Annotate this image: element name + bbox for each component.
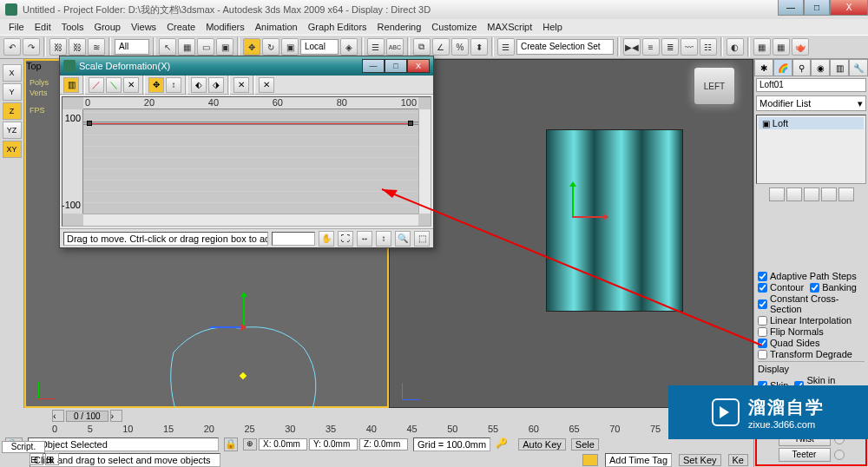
time-slider-label[interactable]: 0 / 100	[66, 411, 108, 422]
axis-x[interactable]: X	[3, 64, 22, 82]
menu-help[interactable]: Help	[537, 22, 568, 32]
menu-rendering[interactable]: Rendering	[372, 22, 427, 32]
display-xy-button[interactable]: ✕	[123, 77, 139, 93]
control-point-end[interactable]	[408, 121, 413, 126]
zoom-extents-button[interactable]: ⛶	[338, 231, 353, 247]
object-name-field[interactable]: Loft01	[756, 78, 866, 92]
tab-motion[interactable]: ◉	[811, 59, 830, 76]
autokey-button[interactable]: Auto Key	[518, 438, 566, 451]
modifier-list-select[interactable]: Modifier List▾	[756, 95, 866, 111]
configure-sets-button[interactable]	[838, 187, 854, 201]
coordsys-select[interactable]: Local	[300, 39, 339, 55]
editnamed-button[interactable]: ☰	[497, 38, 515, 56]
keyboard-shortcut-button[interactable]: ABC	[386, 38, 404, 56]
make-unique-button[interactable]	[804, 187, 819, 201]
scale-cp-button[interactable]: ↕	[166, 77, 181, 93]
flip-check[interactable]: Flip Normals	[758, 326, 865, 337]
left-viewport[interactable]: Left LEFT	[389, 59, 753, 408]
time-tag-button[interactable]: Add Time Tag	[605, 453, 672, 467]
tab-hierarchy[interactable]: ⚲	[792, 59, 812, 76]
x-field[interactable]: X: 0.0mm	[259, 438, 307, 451]
selection-set-input[interactable]: Create Selection Set	[516, 39, 614, 55]
show-end-result-button[interactable]	[786, 187, 802, 201]
mini-max-icon[interactable]: ⊞	[45, 453, 59, 465]
viewcube[interactable]: LEFT	[694, 67, 735, 105]
tab-create[interactable]: ✱	[754, 59, 773, 76]
graph-hscroll[interactable]	[83, 214, 418, 226]
align-button[interactable]: ≡	[642, 38, 660, 56]
scale-button[interactable]: ▣	[281, 38, 299, 56]
manipulate-button[interactable]: ☰	[367, 38, 385, 56]
modifier-stack[interactable]: ▣ Loft	[756, 115, 866, 184]
bind-spacewarp-button[interactable]: ≋	[88, 38, 105, 56]
mini-min-icon[interactable]: ⊟	[30, 453, 43, 465]
zoom-h-extents-button[interactable]: ↔	[357, 231, 372, 247]
graph-vscroll[interactable]	[418, 109, 431, 214]
selection-lock-icon[interactable]: 🔒	[224, 437, 238, 451]
pivot-button[interactable]: ◈	[340, 38, 358, 56]
tab-display[interactable]: ▥	[830, 59, 849, 76]
move-cp-button[interactable]: ✥	[148, 77, 164, 93]
abs-rel-toggle[interactable]: ⊕	[243, 438, 257, 451]
axis-xy[interactable]: XY	[3, 141, 22, 158]
control-point-start[interactable]	[87, 121, 92, 126]
menu-maxscript[interactable]: MAXScript	[482, 22, 537, 32]
rotate-button[interactable]: ↻	[262, 38, 279, 56]
y-field[interactable]: Y: 0.0mm	[309, 438, 358, 451]
material-editor-button[interactable]: ◐	[727, 38, 744, 56]
unlink-button[interactable]: ⛓	[69, 38, 86, 56]
tab-utilities[interactable]: 🔧	[849, 59, 868, 76]
dialog-close-button[interactable]: X	[407, 59, 430, 73]
contour-check[interactable]: Contour Banking	[758, 282, 865, 293]
time-slider[interactable]: ‹ 0 / 100 ›	[0, 408, 753, 424]
curve-editor-button[interactable]: 〰	[681, 38, 698, 56]
spinner-snap-button[interactable]: ⬍	[470, 38, 488, 56]
dialog-minimize-button[interactable]: —	[362, 59, 385, 73]
teeter-deform-button[interactable]: Teeter	[779, 448, 831, 462]
tab-modify[interactable]: 🌈	[773, 59, 792, 76]
zoom-v-extents-button[interactable]: ↕	[376, 231, 391, 247]
keyfilters-button[interactable]: Ke	[728, 454, 748, 466]
schematic-button[interactable]: ☷	[700, 38, 717, 56]
stack-item-loft[interactable]: ▣ Loft	[759, 117, 864, 129]
menu-customize[interactable]: Customize	[426, 22, 482, 32]
move-button[interactable]: ✥	[243, 38, 260, 56]
menu-edit[interactable]: Edit	[30, 22, 56, 32]
render-button[interactable]: 🫖	[792, 38, 809, 56]
menu-animation[interactable]: Animation	[250, 22, 303, 32]
menu-group[interactable]: Group	[89, 22, 126, 32]
teeter-enable-toggle[interactable]	[834, 450, 845, 460]
minimize-button[interactable]: —	[778, 0, 804, 16]
snap-button[interactable]: ⧉	[413, 38, 431, 56]
display-y-button[interactable]: ＼	[106, 77, 122, 93]
timeslider-prev[interactable]: ‹	[52, 410, 64, 422]
mirror-button[interactable]: ▶◀	[623, 38, 641, 56]
loft-object[interactable]	[546, 129, 683, 312]
close-button[interactable]: X	[830, 0, 868, 16]
select-button[interactable]: ↖	[159, 38, 176, 56]
insert-corner-button[interactable]: ⬖	[191, 77, 207, 93]
menu-create[interactable]: Create	[161, 22, 201, 32]
undo-button[interactable]: ↶	[3, 38, 21, 56]
layers-button[interactable]: ≣	[661, 38, 679, 56]
redo-button[interactable]: ↷	[23, 38, 40, 56]
insert-bezier-button[interactable]: ⬗	[208, 77, 224, 93]
scale-curve[interactable]	[87, 123, 413, 124]
axis-y[interactable]: Y	[3, 83, 22, 101]
zoom-button[interactable]: 🔍	[395, 231, 411, 247]
pin-stack-button[interactable]	[769, 187, 785, 201]
percent-snap-button[interactable]: %	[451, 38, 469, 56]
menu-modifiers[interactable]: Modifiers	[201, 22, 250, 32]
display-x-button[interactable]: ／	[89, 77, 104, 93]
dialog-value-field[interactable]	[272, 232, 315, 246]
dialog-title-bar[interactable]: Scale Deformation(X) — □ X	[60, 56, 433, 76]
quad-check[interactable]: Quad Sides	[758, 338, 865, 348]
timeslider-next[interactable]: ›	[110, 410, 122, 422]
linint-check[interactable]: Linear Interpolation	[758, 315, 865, 326]
make-symmetrical-button[interactable]: ▥	[63, 77, 79, 93]
selected-filter[interactable]: Sele	[571, 438, 599, 451]
axis-z[interactable]: Z	[3, 102, 22, 120]
select-name-button[interactable]: ▦	[178, 38, 195, 56]
menu-file[interactable]: File	[3, 22, 30, 32]
trans-check[interactable]: Transform Degrade	[758, 349, 865, 359]
